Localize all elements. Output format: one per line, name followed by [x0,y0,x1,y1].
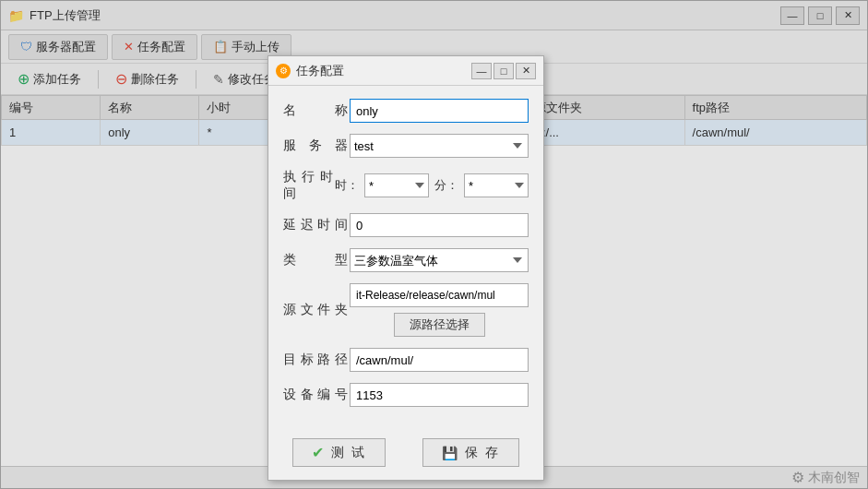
min-select[interactable]: * [464,173,529,197]
form-row-type: 类 型 三参数温室气体 [283,248,529,272]
save-button[interactable]: 💾 保 存 [422,438,519,467]
type-label: 类 型 [283,252,350,268]
form-row-exec-time: 执行时间 时： * 分： * [283,169,529,202]
task-config-dialog: ⚙ 任务配置 — □ ✕ 名 称 服 务 器 [268,55,544,481]
source-label: 源文件夹 [283,302,350,318]
dialog-title: 任务配置 [296,63,344,79]
form-row-name: 名 称 [283,99,529,123]
form-row-target: 目标路径 [283,348,529,372]
test-check-icon: ✔ [312,444,326,461]
source-folder-input[interactable] [350,283,529,307]
save-icon: 💾 [442,446,459,460]
time-row: 时： * 分： * [335,173,529,197]
name-input[interactable] [350,99,529,123]
delay-label: 延迟时间 [283,217,350,233]
dialog-footer: ✔ 测 试 💾 保 存 [268,431,543,480]
server-control: test [350,134,529,158]
dialog-controls: — □ ✕ [471,63,536,79]
dialog-title-icon: ⚙ [276,64,291,78]
dialog-title-left: ⚙ 任务配置 [276,63,344,79]
device-control [350,383,529,407]
dialog-maximize-button[interactable]: □ [493,63,514,79]
target-label: 目标路径 [283,352,350,368]
name-control [350,99,529,123]
source-path-select-button[interactable]: 源路径选择 [394,313,485,337]
server-label: 服 务 器 [283,137,350,154]
name-label: 名 称 [283,102,350,119]
modal-overlay: ⚙ 任务配置 — □ ✕ 名 称 服 务 器 [0,0,868,489]
target-path-input[interactable] [350,348,529,372]
form-row-delay: 延迟时间 [283,213,529,237]
device-no-input[interactable] [350,383,529,407]
form-row-source: 源文件夹 源路径选择 [283,283,529,337]
hour-label: 时： [335,177,359,194]
type-select[interactable]: 三参数温室气体 [350,248,529,272]
exec-time-label: 执行时间 [283,169,335,202]
target-control [350,348,529,372]
dialog-minimize-button[interactable]: — [471,63,492,79]
delay-control [350,213,529,237]
hour-select[interactable]: * [364,173,429,197]
dialog-title-bar: ⚙ 任务配置 — □ ✕ [268,56,543,86]
dialog-close-button[interactable]: ✕ [516,63,536,79]
delay-input[interactable] [350,213,529,237]
exec-time-control: 时： * 分： * [335,173,529,197]
form-row-device: 设备编号 [283,383,529,407]
form-row-server: 服 务 器 test [283,134,529,158]
min-label: 分： [434,177,458,194]
type-control: 三参数温室气体 [350,248,529,272]
dialog-body: 名 称 服 务 器 test 执行时间 时： [268,86,543,431]
test-button[interactable]: ✔ 测 试 [292,438,386,467]
source-folder-area: 源路径选择 [350,283,529,337]
device-label: 设备编号 [283,387,350,403]
test-button-label: 测 试 [331,445,366,461]
save-button-label: 保 存 [465,445,500,461]
server-select[interactable]: test [350,134,529,158]
